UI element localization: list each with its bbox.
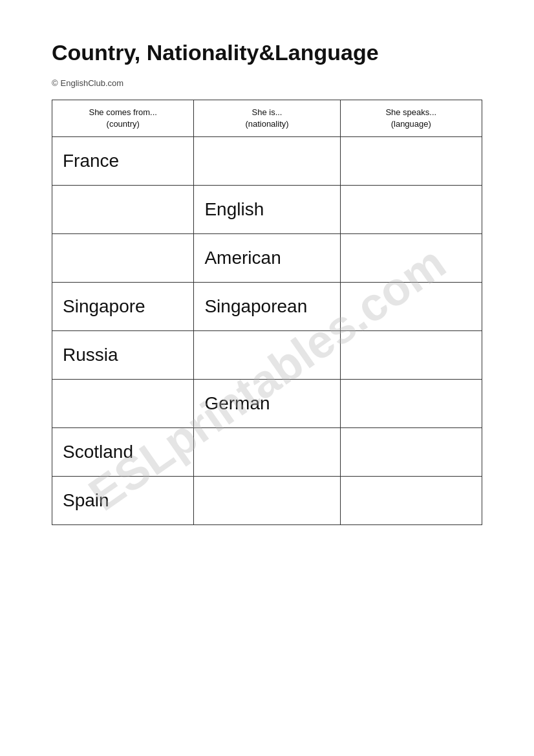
cell-country-4: Russia xyxy=(52,330,194,379)
table-row: English xyxy=(52,185,482,233)
cell-nationality-0 xyxy=(194,136,340,185)
cell-country-6: Scotland xyxy=(52,427,194,476)
header-country: She comes from... (country) xyxy=(52,100,194,136)
copyright-text: EnglishClub.com xyxy=(61,78,124,88)
table-row: German xyxy=(52,379,482,427)
table-row: SingaporeSingaporean xyxy=(52,282,482,330)
cell-nationality-5: German xyxy=(194,379,340,427)
table-row: American xyxy=(52,233,482,282)
copyright-symbol: © xyxy=(52,78,58,88)
cell-country-3: Singapore xyxy=(52,282,194,330)
header-language: She speaks... (language) xyxy=(340,100,482,136)
page-title: Country, Nationality&Language xyxy=(52,39,482,67)
cell-country-0: France xyxy=(52,136,194,185)
header-nationality: She is... (nationality) xyxy=(194,100,340,136)
cell-language-3 xyxy=(340,282,482,330)
cell-country-1 xyxy=(52,185,194,233)
cell-language-1 xyxy=(340,185,482,233)
table-header-row: She comes from... (country) She is... (n… xyxy=(52,100,482,136)
cell-nationality-7 xyxy=(194,476,340,524)
table-row: Spain xyxy=(52,476,482,524)
cell-nationality-6 xyxy=(194,427,340,476)
table-row: Scotland xyxy=(52,427,482,476)
cell-nationality-4 xyxy=(194,330,340,379)
cell-language-4 xyxy=(340,330,482,379)
cell-language-5 xyxy=(340,379,482,427)
cell-country-7: Spain xyxy=(52,476,194,524)
cell-nationality-2: American xyxy=(194,233,340,282)
cell-country-2 xyxy=(52,233,194,282)
cell-language-6 xyxy=(340,427,482,476)
cell-language-2 xyxy=(340,233,482,282)
copyright-line: © EnglishClub.com xyxy=(52,78,482,88)
table-row: Russia xyxy=(52,330,482,379)
cell-language-7 xyxy=(340,476,482,524)
main-table: She comes from... (country) She is... (n… xyxy=(52,100,482,525)
cell-nationality-3: Singaporean xyxy=(194,282,340,330)
cell-language-0 xyxy=(340,136,482,185)
cell-country-5 xyxy=(52,379,194,427)
table-row: France xyxy=(52,136,482,185)
cell-nationality-1: English xyxy=(194,185,340,233)
